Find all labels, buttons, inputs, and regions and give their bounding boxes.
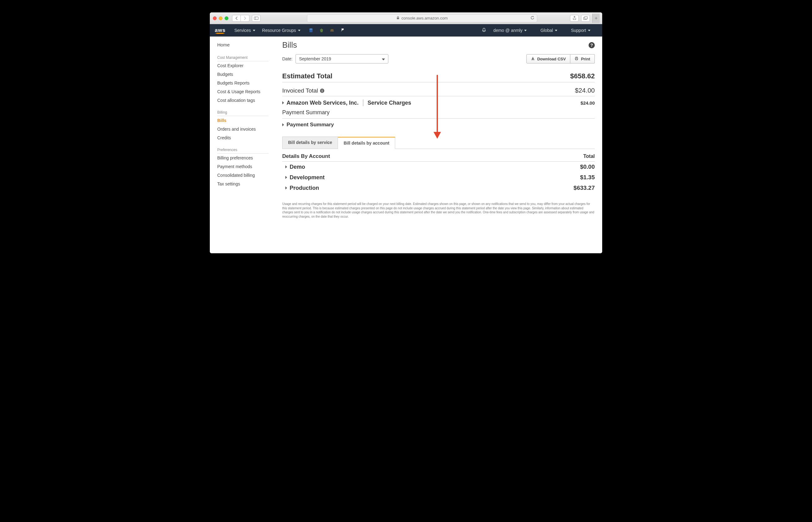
- sidebar-toggle-button[interactable]: [252, 15, 261, 22]
- lock-icon: [396, 16, 399, 20]
- sidebar-item-bills[interactable]: Bills: [217, 116, 269, 125]
- pin-icon[interactable]: [340, 28, 345, 33]
- caret-down-icon: [298, 30, 300, 31]
- account-menu[interactable]: demo @ anmly: [493, 28, 527, 33]
- svg-marker-9: [382, 59, 385, 60]
- sidebar-item-budgets[interactable]: Budgets: [217, 70, 269, 79]
- expand-caret-icon[interactable]: [282, 101, 284, 104]
- sidebar-item-budgets-reports[interactable]: Budgets Reports: [217, 79, 269, 87]
- sidebar-home[interactable]: Home: [217, 41, 269, 50]
- sidebar-item-credits[interactable]: Credits: [217, 134, 269, 142]
- new-tab-button[interactable]: +: [592, 14, 600, 23]
- account-row-development[interactable]: Development $1.35: [282, 172, 595, 183]
- account-row-production[interactable]: Production $633.27: [282, 183, 595, 193]
- total-header: Total: [583, 154, 595, 159]
- sidebar-section-preferences: Preferences: [217, 148, 269, 154]
- sidebar-item-cost-allocation-tags[interactable]: Cost allocation tags: [217, 96, 269, 105]
- invoiced-total-amount: $24.00: [575, 87, 595, 94]
- svg-rect-11: [576, 57, 578, 58]
- support-label: Support: [571, 28, 586, 33]
- expand-caret-icon[interactable]: [282, 123, 284, 126]
- caret-down-icon: [382, 56, 385, 61]
- share-button[interactable]: [570, 15, 579, 22]
- sidebar-item-cost-explorer[interactable]: Cost Explorer: [217, 61, 269, 70]
- main-content: Bills ? Date: September 2019 Download CS…: [275, 37, 602, 253]
- window-zoom-button[interactable]: [225, 16, 228, 20]
- disclaimer-text: Usage and recurring charges for this sta…: [282, 202, 595, 219]
- region-menu[interactable]: Global: [540, 28, 557, 33]
- shortcut-icon-2[interactable]: [319, 28, 324, 33]
- info-icon[interactable]: i: [320, 88, 324, 93]
- sidebar-item-payment-methods[interactable]: Payment methods: [217, 162, 269, 171]
- payment-summary-section: Payment Summary: [282, 109, 595, 119]
- details-by-account-header: Details By Account: [282, 153, 330, 159]
- service-charges-label: Service Charges: [368, 100, 411, 106]
- sidebar-item-billing-preferences[interactable]: Billing preferences: [217, 154, 269, 162]
- window-controls: [213, 16, 228, 20]
- estimated-total-amount: $658.62: [570, 72, 595, 80]
- date-label: Date:: [282, 56, 292, 61]
- payment-summary-row[interactable]: Payment Summary: [287, 122, 334, 128]
- sidebar-section-billing: Billing: [217, 110, 269, 116]
- account-label: demo @ anmly: [493, 28, 522, 33]
- svg-rect-4: [585, 17, 588, 19]
- account-name: Development: [290, 174, 325, 181]
- account-name: Demo: [290, 164, 305, 170]
- expand-caret-icon: [285, 176, 287, 179]
- help-icon[interactable]: ?: [588, 42, 595, 48]
- tab-bill-by-service[interactable]: Bill details by service: [282, 137, 338, 148]
- aws-global-nav: aws Services Resource Groups: [210, 24, 602, 37]
- sidebar-item-cost-usage-reports[interactable]: Cost & Usage Reports: [217, 87, 269, 96]
- service-charges-amount: $24.00: [581, 100, 595, 105]
- invoiced-total-label: Invoiced Total i: [282, 87, 324, 94]
- sidebar-item-tax-settings[interactable]: Tax settings: [217, 180, 269, 188]
- url-text: console.aws.amazon.com: [401, 16, 448, 20]
- aws-logo[interactable]: aws: [215, 27, 226, 34]
- browser-window: console.aws.amazon.com + aws Services Re…: [210, 13, 602, 253]
- browser-toolbar: console.aws.amazon.com +: [210, 13, 602, 24]
- window-close-button[interactable]: [213, 16, 216, 20]
- forward-button[interactable]: [241, 15, 249, 22]
- download-csv-button[interactable]: Download CSV: [526, 54, 570, 63]
- resource-groups-menu[interactable]: Resource Groups: [262, 28, 300, 33]
- account-amount: $0.00: [580, 163, 595, 170]
- account-name: Production: [290, 185, 319, 191]
- account-row-demo[interactable]: Demo $0.00: [282, 162, 595, 172]
- estimated-total-label: Estimated Total: [282, 72, 332, 80]
- sidebar-item-orders-invoices[interactable]: Orders and invoices: [217, 125, 269, 134]
- date-select[interactable]: September 2019: [295, 54, 388, 63]
- print-icon: [575, 57, 578, 61]
- aws-inc-label[interactable]: Amazon Web Services, Inc.: [287, 100, 359, 106]
- date-select-value: September 2019: [299, 56, 331, 61]
- reload-icon[interactable]: [530, 16, 535, 21]
- caret-down-icon: [555, 30, 557, 31]
- address-bar[interactable]: console.aws.amazon.com: [307, 14, 537, 22]
- sidebar-item-consolidated-billing[interactable]: Consolidated billing: [217, 171, 269, 180]
- page-title: Bills: [282, 40, 297, 50]
- expand-caret-icon: [285, 165, 287, 168]
- shortcut-icon-1[interactable]: [309, 28, 313, 33]
- account-amount: $1.35: [580, 174, 595, 181]
- tab-bill-by-account[interactable]: Bill details by account: [338, 137, 395, 149]
- caret-down-icon: [588, 30, 590, 31]
- notifications-icon[interactable]: [481, 27, 486, 34]
- account-amount: $633.27: [574, 184, 595, 191]
- window-minimize-button[interactable]: [219, 16, 223, 20]
- services-menu[interactable]: Services: [234, 28, 255, 33]
- print-button[interactable]: Print: [570, 54, 595, 63]
- svg-rect-12: [576, 59, 578, 60]
- resource-groups-label: Resource Groups: [262, 28, 296, 33]
- support-menu[interactable]: Support: [571, 28, 590, 33]
- services-label: Services: [234, 28, 251, 33]
- region-label: Global: [540, 28, 553, 33]
- tabs-button[interactable]: [581, 15, 590, 22]
- svg-rect-0: [254, 17, 258, 20]
- back-button[interactable]: [232, 15, 241, 22]
- caret-down-icon: [253, 30, 255, 31]
- caret-down-icon: [524, 30, 527, 31]
- shortcut-icon-3[interactable]: [330, 28, 334, 33]
- print-label: Print: [581, 57, 590, 61]
- svg-point-6: [309, 28, 313, 30]
- sidebar-section-cost-management: Cost Management: [217, 55, 269, 61]
- download-csv-label: Download CSV: [537, 57, 566, 61]
